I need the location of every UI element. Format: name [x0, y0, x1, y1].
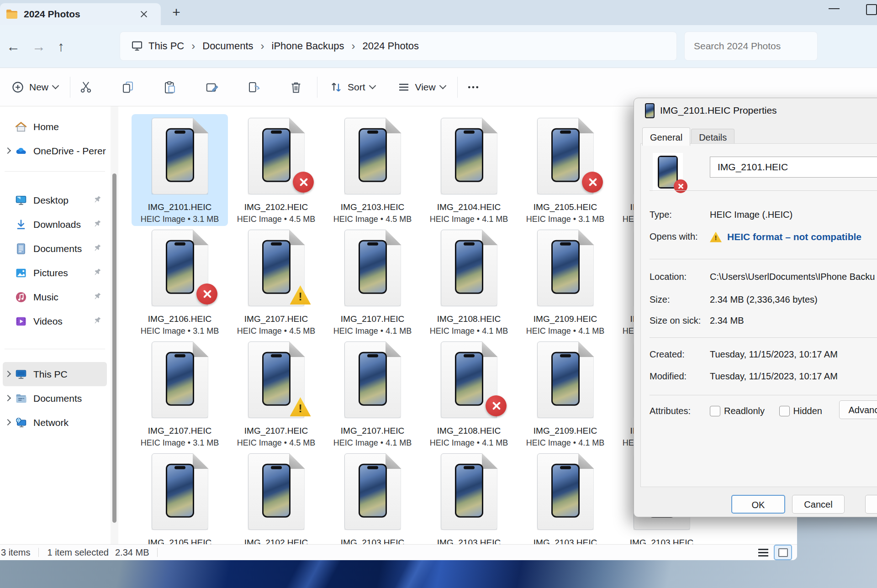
file-item[interactable]: IMG_2104.HEICHEIC Image • 4.1 MB	[421, 114, 517, 226]
file-item[interactable]: IMG_2105.HEICHEIC Image • 3.1 MB	[517, 114, 613, 226]
file-meta: HEIC Image • 4.5 MB	[237, 215, 315, 224]
advanced-button[interactable]: Advanced	[839, 400, 877, 419]
file-item[interactable]: !IMG_2107.HEICHEIC Image • 4.5 MB	[228, 338, 324, 450]
file-item[interactable]: IMG_2107.HEICHEIC Image • 4.1 MB	[324, 226, 421, 338]
tab-general[interactable]: General	[642, 127, 690, 146]
sidebar-item-music[interactable]: Music	[3, 285, 107, 309]
toolbar-divider	[457, 77, 458, 98]
up-button[interactable]: ↑	[58, 39, 64, 54]
hidden-checkbox[interactable]	[779, 406, 790, 416]
file-item[interactable]: IMG_2102.HEICHEIC Image • 4.1 MB	[228, 450, 324, 544]
breadcrumb-item[interactable]: Documents	[202, 40, 253, 52]
file-item[interactable]: IMG_2105.HEICHEIC Image • 4.1 MB	[132, 450, 228, 544]
sidebar-item-desktop[interactable]: Desktop	[3, 188, 107, 212]
sidebar-item-pictures[interactable]: Pictures	[3, 261, 107, 285]
apply-button[interactable]: Apply	[865, 495, 877, 514]
ok-button[interactable]: OK	[731, 495, 785, 514]
cut-button[interactable]	[76, 74, 96, 100]
expand-chevron-icon[interactable]	[5, 147, 11, 154]
more-options-button[interactable]	[463, 74, 483, 100]
size-on-disk-label: Size on sick:	[650, 315, 701, 326]
sidebar-item-documents[interactable]: Documents	[3, 386, 107, 410]
file-name: IMG_2109.HEIC	[534, 426, 597, 436]
file-item[interactable]: IMG_2102.HEICHEIC Image • 4.5 MB	[228, 114, 324, 226]
file-name: IMG_2107.HEIC	[244, 314, 308, 324]
tab-close-icon[interactable]	[140, 10, 148, 20]
share-button[interactable]	[244, 74, 264, 100]
music-icon	[15, 291, 27, 304]
network-icon	[15, 416, 27, 429]
sort-button[interactable]: Sort	[323, 74, 381, 100]
minimize-button[interactable]	[829, 8, 840, 9]
file-item[interactable]: IMG_2103.HEICHEIC Image • 4.1 MB	[517, 450, 613, 544]
documents-icon	[15, 242, 27, 255]
file-item[interactable]: IMG_2107.HEICHEIC Image • 3.1 MB	[132, 338, 228, 450]
forward-button[interactable]: →	[32, 39, 46, 54]
expand-chevron-icon[interactable]	[5, 419, 11, 425]
heic-file-icon	[248, 453, 305, 530]
readonly-checkbox[interactable]	[710, 406, 720, 416]
file-item[interactable]: IMG_2106.HEICHEIC Image • 3.1 MB	[132, 226, 228, 338]
view-button[interactable]: View	[391, 74, 452, 100]
file-item[interactable]: IMG_2107.HEICHEIC Image • 4.1 MB	[324, 338, 421, 450]
sidebar-item-documents[interactable]: Documents	[3, 236, 107, 261]
file-item[interactable]: IMG_2103.HEICHEIC Image • 4.1 MB	[421, 450, 517, 544]
breadcrumb-item[interactable]: This PC	[148, 40, 184, 52]
sidebar-item-downloads[interactable]: Downloads	[3, 212, 107, 236]
paste-button[interactable]	[160, 74, 180, 100]
breadcrumb-item[interactable]: 2024 Photos	[363, 40, 419, 52]
new-tab-button[interactable]: +	[169, 5, 184, 20]
delete-button[interactable]	[286, 74, 306, 100]
heic-file-icon	[537, 453, 594, 530]
type-label: Type:	[650, 210, 672, 220]
file-item[interactable]: IMG_2103.HEICHEIC Image • 4.5 MB	[324, 114, 421, 226]
attributes-label: Attributes:	[650, 406, 691, 416]
rename-button[interactable]	[202, 74, 222, 100]
address-bar[interactable]: This PC›Documents›iPhone Backups›2024 Ph…	[120, 31, 677, 61]
file-meta: HEIC Image • 3.1 MB	[141, 215, 219, 224]
search-box[interactable]	[684, 31, 818, 61]
sidebar: HomeOneDrive - PererDesktopDownloadsDocu…	[0, 106, 110, 544]
file-item[interactable]: IMG_2103.HEICHEIC Image • 4.1 MB	[324, 450, 421, 544]
new-button[interactable]: New	[5, 74, 64, 100]
file-item[interactable]: IMG_2109.HEICHEIC Image • 4.1 MB	[517, 338, 613, 450]
copy-button[interactable]	[118, 74, 138, 100]
file-item[interactable]: IMG_2109.HEICHEIC Image • 4.1 MB	[517, 226, 613, 338]
item-count: 3 items	[1, 547, 30, 558]
pictures-icon	[15, 267, 27, 279]
file-meta: HEIC Image • 4.1 MB	[526, 326, 604, 336]
file-item[interactable]: IMG_2108.HEICHEIC Image • 4.1 MB	[421, 338, 517, 450]
scrollbar-thumb[interactable]	[112, 173, 116, 523]
sidebar-item-label: Pictures	[33, 268, 68, 278]
file-item[interactable]: IMG_2108.HEICHEIC Image • 4.1 MB	[421, 226, 517, 338]
sidebar-item-onedrive-perer[interactable]: OneDrive - Perer	[3, 139, 107, 163]
pin-icon	[93, 268, 101, 276]
sidebar-item-home[interactable]: Home	[3, 115, 107, 139]
expand-chevron-icon[interactable]	[5, 371, 11, 377]
back-button[interactable]: ←	[6, 39, 20, 54]
cancel-button[interactable]: Cancel	[792, 495, 845, 514]
heic-file-icon	[441, 341, 497, 418]
sidebar-item-videos[interactable]: Videos	[3, 309, 107, 333]
breadcrumb-item[interactable]: iPhone Backups	[272, 40, 344, 52]
filename-field[interactable]	[710, 157, 877, 178]
onedrive-icon	[15, 145, 27, 158]
file-item[interactable]: !IMG_2107.HEICHEIC Image • 4.5 MB	[228, 226, 324, 338]
file-item[interactable]: IMG_2101.HEICHEIC Image • 3.1 MB	[132, 114, 228, 226]
search-input[interactable]	[685, 40, 809, 52]
sidebar-item-network[interactable]: Network	[3, 410, 107, 435]
readonly-checkbox-row[interactable]: Readlonly	[710, 406, 765, 416]
status-bar: 3 items 1 item selected 2.34 MB	[0, 544, 797, 560]
maximize-button[interactable]	[866, 4, 877, 15]
file-name: IMG_2105.HEIC	[534, 202, 597, 212]
sidebar-item-this-pc[interactable]: This PC	[3, 362, 107, 386]
hidden-checkbox-row[interactable]: Hidden	[779, 406, 822, 416]
thumbnail-view-icon[interactable]	[774, 545, 792, 560]
sidebar-item-label: Network	[33, 417, 69, 428]
list-view-icon[interactable]	[758, 549, 768, 556]
heic-file-icon: !	[248, 341, 305, 418]
scrollbar-track[interactable]	[111, 106, 118, 544]
expand-chevron-icon[interactable]	[5, 395, 11, 401]
opens-with-link[interactable]: ! HEIC format – not compatible	[710, 231, 861, 242]
tab-2024-photos[interactable]: 2024 Photos	[0, 3, 161, 25]
